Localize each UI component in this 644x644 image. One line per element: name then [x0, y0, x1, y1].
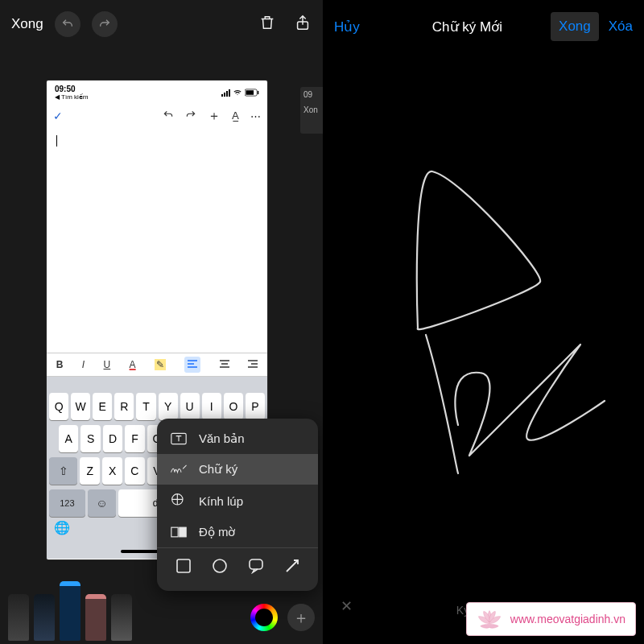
magnifier-icon [170, 493, 188, 509]
globe-icon[interactable]: 🌐 [54, 521, 70, 535]
svg-rect-10 [250, 559, 262, 569]
document-body[interactable] [47, 127, 267, 353]
format-bar: B I U A ✎ [47, 353, 267, 377]
markup-topbar: Xong [0, 0, 323, 48]
popup-text-option[interactable]: Văn bản [157, 423, 318, 454]
key-f[interactable]: F [125, 425, 144, 452]
cellular-icon [221, 89, 230, 97]
svg-rect-3 [258, 91, 258, 94]
signature-done-button[interactable]: Xong [551, 12, 599, 41]
highlight-button[interactable]: ✎ [155, 359, 166, 370]
shape-speech-icon[interactable] [248, 558, 264, 576]
key-w[interactable]: W [71, 393, 90, 420]
shape-square-icon[interactable] [175, 558, 192, 576]
status-right-icons [221, 89, 259, 97]
key-a[interactable]: A [59, 425, 78, 452]
left-panel: Xong 09 Xon 09:50 ◀ Tìm kiếm [0, 0, 323, 644]
text-cursor [56, 135, 57, 147]
watermark-badge: www.meovatgiadinh.vn [466, 602, 636, 636]
marker-tool[interactable] [34, 594, 55, 641]
text-color-button[interactable]: A [130, 359, 136, 370]
undo-button[interactable] [55, 11, 80, 37]
svg-rect-7 [180, 527, 186, 537]
key-q[interactable]: Q [49, 393, 68, 420]
add-markup-popup: Văn bản Chữ ký Kính lúp Độ mờ [157, 419, 318, 591]
signature-icon [170, 464, 188, 475]
right-panel: Hủy Chữ ký Mới Xong Xóa ✕ Ký tên của www… [323, 0, 644, 644]
key-e[interactable]: E [93, 393, 112, 420]
eraser-tool[interactable] [85, 594, 106, 641]
bold-button[interactable]: B [56, 359, 64, 370]
document-toolbar: ✓ ＋ A̲ ⋯ [47, 105, 267, 127]
key-c[interactable]: C [125, 457, 145, 485]
italic-button[interactable]: I [82, 359, 85, 370]
align-left-button[interactable] [184, 357, 200, 373]
align-center-button[interactable] [220, 359, 229, 370]
numbers-key[interactable]: 123 [49, 489, 85, 517]
key-r[interactable]: R [114, 393, 134, 420]
key-y[interactable]: Y [159, 393, 178, 420]
done-button[interactable]: Xong [11, 16, 43, 32]
shape-arrow-icon[interactable] [284, 558, 300, 576]
checkmark-icon[interactable]: ✓ [53, 109, 63, 122]
svg-rect-2 [246, 90, 254, 95]
text-box-icon [170, 432, 188, 445]
key-z[interactable]: Z [80, 457, 100, 485]
signature-canvas[interactable] [323, 53, 644, 588]
signature-title: Chữ ký Mới [384, 19, 551, 35]
wifi-icon [233, 89, 242, 97]
add-annotation-button[interactable]: ＋ [287, 604, 315, 631]
redo-button[interactable] [92, 11, 118, 37]
popup-magnifier-option[interactable]: Kính lúp [157, 485, 318, 517]
underline-button[interactable]: U [104, 359, 111, 370]
key-s[interactable]: S [80, 425, 100, 452]
key-t[interactable]: T [136, 393, 155, 420]
popup-opacity-option[interactable]: Độ mờ [157, 517, 318, 547]
doc-undo-icon[interactable] [163, 109, 174, 123]
shift-key[interactable]: ⇧ [49, 457, 77, 485]
key-i[interactable]: I [202, 393, 221, 420]
trash-icon[interactable] [258, 14, 276, 35]
next-page-thumbnail[interactable]: 09 Xon [300, 87, 323, 134]
doc-redo-icon[interactable] [185, 109, 196, 123]
svg-point-9 [213, 559, 226, 572]
markup-tool-tray: ＋ [0, 588, 323, 644]
popup-signature-option[interactable]: Chữ ký [157, 454, 318, 485]
signature-topbar: Hủy Chữ ký Mới Xong Xóa [323, 0, 644, 53]
opacity-icon [170, 526, 188, 538]
color-picker-button[interactable] [250, 604, 278, 631]
svg-rect-6 [171, 527, 178, 537]
pen-tool-1[interactable] [8, 594, 29, 641]
clear-button[interactable]: Xóa [609, 19, 633, 35]
key-x[interactable]: X [102, 457, 122, 485]
signature-stroke [417, 171, 605, 473]
emoji-key[interactable]: ☺ [88, 489, 117, 517]
doc-text-style-icon[interactable]: A̲ [232, 109, 239, 122]
key-p[interactable]: P [246, 393, 265, 420]
shape-circle-icon[interactable] [212, 558, 228, 576]
back-search-label: ◀ Tìm kiếm [55, 93, 89, 101]
svg-rect-8 [177, 559, 190, 572]
lotus-icon [477, 608, 502, 630]
doc-more-icon[interactable]: ⋯ [250, 110, 261, 122]
watermark-text: www.meovatgiadinh.vn [510, 613, 625, 625]
battery-icon [245, 89, 259, 97]
doc-add-icon[interactable]: ＋ [208, 108, 221, 125]
lasso-tool[interactable] [111, 594, 132, 641]
status-bar: 09:50 ◀ Tìm kiếm [47, 80, 267, 105]
key-u[interactable]: U [180, 393, 200, 420]
pencil-tool-selected[interactable] [60, 581, 80, 641]
key-d[interactable]: D [103, 425, 122, 452]
align-right-button[interactable] [248, 359, 258, 370]
key-o[interactable]: O [224, 393, 243, 420]
share-icon[interactable] [294, 14, 312, 35]
status-time: 09:50 [55, 85, 76, 93]
cancel-button[interactable]: Hủy [334, 19, 360, 35]
